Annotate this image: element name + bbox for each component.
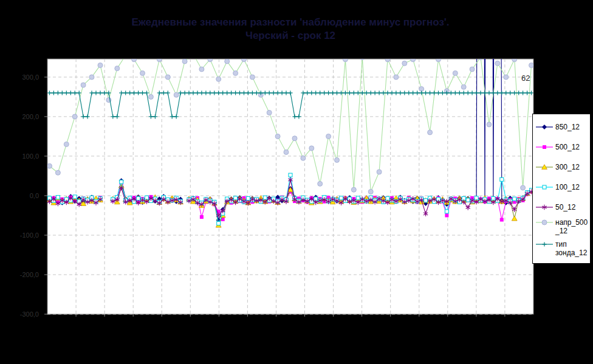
legend-marker-icon-plus <box>535 240 554 249</box>
y-axis-tick-label: 100,0 <box>6 152 39 160</box>
legend-item-label: тип зонда_12 <box>555 240 587 257</box>
annotation-62-label: 62 <box>521 74 530 83</box>
y-axis-tick-label: -200,0 <box>6 270 39 279</box>
chart-title: Ежедневные значения разности 'наблюдение… <box>47 16 533 43</box>
legend-item-label: напр_500 _12 <box>555 218 588 235</box>
legend-item-label: 850_12 <box>555 123 580 131</box>
legend-item-300_12: 300_12 <box>535 157 589 177</box>
y-axis-tick-label: -300,0 <box>6 310 39 318</box>
legend-item-50_12: 50_12 <box>535 197 589 217</box>
legend-item-тип зонда_12: тип зонда_12 <box>535 239 589 261</box>
legend-item-500_12: 500_12 <box>535 137 589 157</box>
legend-marker-icon-circle <box>535 218 554 227</box>
legend-item-label: 300_12 <box>555 163 580 171</box>
chart-title-line1: Ежедневные значения разности 'наблюдение… <box>47 16 533 29</box>
legend-item-850_12: 850_12 <box>535 117 589 137</box>
y-axis-tick-label: 0,0 <box>6 191 39 200</box>
legend-item-напр_500_12: напр_500 _12 <box>535 217 589 239</box>
y-axis-tick-label: 300,0 <box>6 73 39 81</box>
y-axis-tick-label: -100,0 <box>6 231 39 239</box>
legend-marker-icon-square <box>535 143 554 151</box>
legend-marker-icon-asterisk <box>535 203 554 211</box>
legend-item-label: 500_12 <box>555 143 580 151</box>
y-axis-tick-label: 200,0 <box>6 112 39 121</box>
chart-title-line2: Черский - срок 12 <box>47 29 533 43</box>
legend-marker-icon-diamond <box>535 123 554 131</box>
chart-plot-canvas <box>0 0 593 364</box>
legend-marker-icon-square-open <box>535 183 554 191</box>
legend-item-label: 50_12 <box>555 203 575 211</box>
chart-window: Ежедневные значения разности 'наблюдение… <box>0 0 593 364</box>
legend-item-100_12: 100_12 <box>535 177 589 197</box>
legend-item-label: 100_12 <box>555 183 580 191</box>
legend: 850_12500_12300_12100_1250_12напр_500 _1… <box>532 114 591 264</box>
legend-marker-icon-triangle <box>535 163 554 171</box>
